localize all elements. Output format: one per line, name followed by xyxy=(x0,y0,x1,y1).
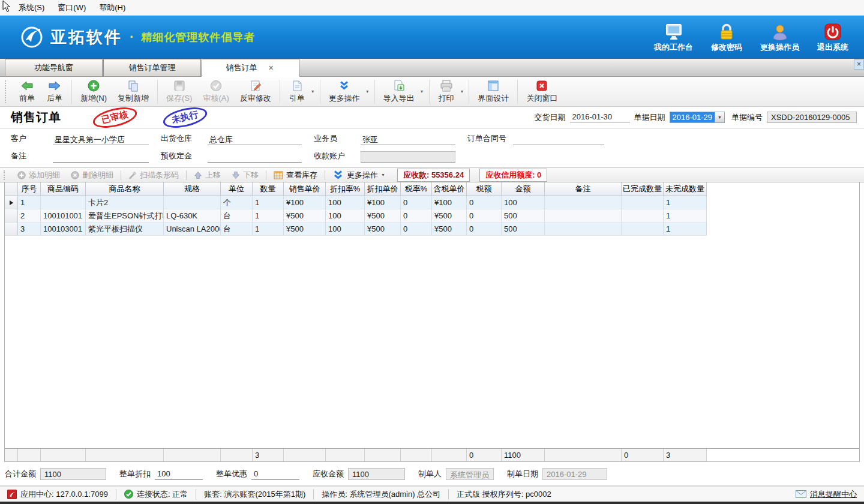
add-detail-button[interactable]: 添加明细 xyxy=(12,169,65,182)
import-export-button[interactable]: 导入导出 xyxy=(378,77,420,106)
column-header-15[interactable]: 已完成数量 xyxy=(622,182,664,196)
row-2-cell-1[interactable]: 2 xyxy=(18,209,41,223)
row-3-cell-1[interactable]: 3 xyxy=(18,223,41,236)
dropdown-arrow-icon[interactable]: ▼ xyxy=(311,89,315,94)
column-header-8[interactable]: 折扣率% xyxy=(326,182,365,196)
row-3-cell-6[interactable]: 1 xyxy=(253,223,284,236)
bill-date-dropdown-icon[interactable]: ▼ xyxy=(715,112,724,122)
pull-order-button[interactable]: 引单 xyxy=(283,77,311,106)
deposit-field[interactable] xyxy=(208,151,302,163)
row-1-cell-3[interactable]: 卡片2 xyxy=(86,196,164,209)
row-2-cell-2[interactable]: 100101001 xyxy=(41,209,86,223)
row-2-cell-11[interactable]: ¥500 xyxy=(432,209,467,223)
change-password-button[interactable]: 修改密码 xyxy=(711,22,742,53)
row-1-cell-5[interactable]: 个 xyxy=(221,196,253,209)
delete-detail-button[interactable]: 删除明细 xyxy=(65,169,119,182)
row-2-cell-8[interactable]: 100 xyxy=(326,209,365,223)
exit-system-button[interactable]: 退出系统 xyxy=(817,22,848,53)
row-2-cell-10[interactable]: 0 xyxy=(401,209,432,223)
row-3-cell-8[interactable]: 100 xyxy=(326,223,365,236)
row-1-cell-8[interactable]: 100 xyxy=(326,196,365,209)
copy-new-button[interactable]: 复制新增 xyxy=(112,77,154,106)
column-header-14[interactable]: 备注 xyxy=(545,182,622,196)
tab-function-nav[interactable]: 功能导航窗 xyxy=(5,59,103,76)
more-actions-button[interactable]: 更多操作 xyxy=(323,77,365,106)
row-2-cell-7[interactable]: ¥500 xyxy=(284,209,326,223)
next-doc-button[interactable]: 后单 xyxy=(41,77,68,106)
row-3-cell-9[interactable]: ¥500 xyxy=(365,223,401,236)
bill-date-field[interactable]: 2016-01-29 ▼ xyxy=(670,112,725,123)
row-2-cell-5[interactable]: 台 xyxy=(221,209,253,223)
row-1-cell-10[interactable]: 0 xyxy=(401,196,432,209)
tabstrip-close-button[interactable]: × xyxy=(854,59,864,70)
row-3-cell-11[interactable]: ¥500 xyxy=(432,223,467,236)
tab-close-icon[interactable]: × xyxy=(266,63,275,73)
table-row[interactable]: 3100103001紫光平板扫描仪Uniscan LA2000台1¥500100… xyxy=(5,223,859,236)
table-row[interactable]: 2100101001爱普生EPSON针式打印LQ-630K台1¥500100¥5… xyxy=(5,209,859,223)
column-header-3[interactable]: 商品名称 xyxy=(86,182,164,196)
column-header-11[interactable]: 含税单价 xyxy=(432,182,467,196)
row-3-cell-3[interactable]: 紫光平板扫描仪 xyxy=(86,223,164,236)
row-3-cell-7[interactable]: ¥500 xyxy=(284,223,326,236)
switch-operator-button[interactable]: 更换操作员 xyxy=(760,22,799,53)
view-stock-button[interactable]: 查看库存 xyxy=(268,169,323,182)
delivery-date-field[interactable]: 2016-01-30 xyxy=(570,112,630,122)
column-header-1[interactable]: 序号 xyxy=(18,182,41,196)
row-3-cell-10[interactable]: 0 xyxy=(401,223,432,236)
salesman-field[interactable]: 张亚 xyxy=(361,134,455,145)
dropdown-arrow-icon[interactable]: ▼ xyxy=(420,89,424,94)
row-1-cell-4[interactable] xyxy=(164,196,221,209)
column-header-6[interactable]: 数量 xyxy=(253,182,284,196)
dropdown-arrow-icon[interactable]: ▼ xyxy=(365,89,370,94)
row-2-cell-13[interactable]: 500 xyxy=(502,209,545,223)
dropdown-arrow-icon[interactable]: ▼ xyxy=(381,173,385,177)
table-row[interactable]: 1卡片2个1¥100100¥1000¥10001001 xyxy=(5,196,859,209)
row-1-cell-15[interactable] xyxy=(622,196,664,209)
column-header-2[interactable]: 商品编码 xyxy=(41,182,86,196)
row-3-cell-12[interactable]: 0 xyxy=(467,223,502,236)
prev-doc-button[interactable]: 前单 xyxy=(13,77,41,106)
row-2-cell-9[interactable]: ¥500 xyxy=(365,209,401,223)
row-1-cell-16[interactable]: 1 xyxy=(664,196,707,209)
row-2-cell-12[interactable]: 0 xyxy=(467,209,502,223)
row-1-cell-13[interactable]: 100 xyxy=(502,196,545,209)
row-1-cell-9[interactable]: ¥100 xyxy=(365,196,401,209)
close-window-button[interactable]: 关闭窗口 xyxy=(521,77,563,106)
customer-field[interactable]: 星星文具第一小学店 xyxy=(53,134,149,145)
my-workbench-button[interactable]: 我的工作台 xyxy=(654,22,693,53)
row-3-cell-5[interactable]: 台 xyxy=(221,223,253,236)
row-1-cell-7[interactable]: ¥100 xyxy=(284,196,326,209)
new-button[interactable]: 新增(N) xyxy=(75,77,112,106)
detail-more-actions-button[interactable]: 更多操作 xyxy=(327,169,383,182)
row-2-cell-6[interactable]: 1 xyxy=(253,209,284,223)
tab-sales-order-management[interactable]: 销售订单管理 xyxy=(103,59,201,76)
print-button[interactable]: 打印 xyxy=(433,77,460,106)
row-3-cell-13[interactable]: 500 xyxy=(502,223,545,236)
row-2-cell-3[interactable]: 爱普生EPSON针式打印 xyxy=(86,209,164,223)
row-3-cell-15[interactable] xyxy=(622,223,664,236)
row-1-cell-12[interactable]: 0 xyxy=(467,196,502,209)
column-header-5[interactable]: 单位 xyxy=(221,182,253,196)
contract-no-field[interactable] xyxy=(513,134,604,145)
row-3-cell-4[interactable]: Uniscan LA2000 xyxy=(164,223,221,236)
warehouse-field[interactable]: 总仓库 xyxy=(208,134,302,145)
column-header-13[interactable]: 金额 xyxy=(502,182,545,196)
move-down-button[interactable]: 下移 xyxy=(226,169,264,182)
row-1-cell-6[interactable]: 1 xyxy=(253,196,284,209)
audit-button[interactable]: 审核(A) xyxy=(197,77,234,106)
system-menu[interactable]: 系统(S) xyxy=(12,1,51,15)
tab-sales-order[interactable]: 销售订单× xyxy=(202,59,299,76)
row-3-cell-16[interactable]: 1 xyxy=(664,223,707,236)
column-header-9[interactable]: 折扣单价 xyxy=(365,182,401,196)
reverse-audit-button[interactable]: 反审修改 xyxy=(235,77,277,106)
column-header-16[interactable]: 未完成数量 xyxy=(664,182,707,196)
row-1-cell-2[interactable] xyxy=(41,196,86,209)
column-header-12[interactable]: 税额 xyxy=(467,182,502,196)
row-1-cell-14[interactable] xyxy=(545,196,622,209)
row-2-cell-14[interactable] xyxy=(545,209,622,223)
save-button[interactable]: 保存(S) xyxy=(161,77,197,106)
order-discount-field[interactable]: 100 xyxy=(155,468,203,480)
row-2-cell-4[interactable]: LQ-630K xyxy=(164,209,221,223)
row-1-cell-1[interactable]: 1 xyxy=(18,196,41,209)
column-header-10[interactable]: 税率% xyxy=(401,182,432,196)
